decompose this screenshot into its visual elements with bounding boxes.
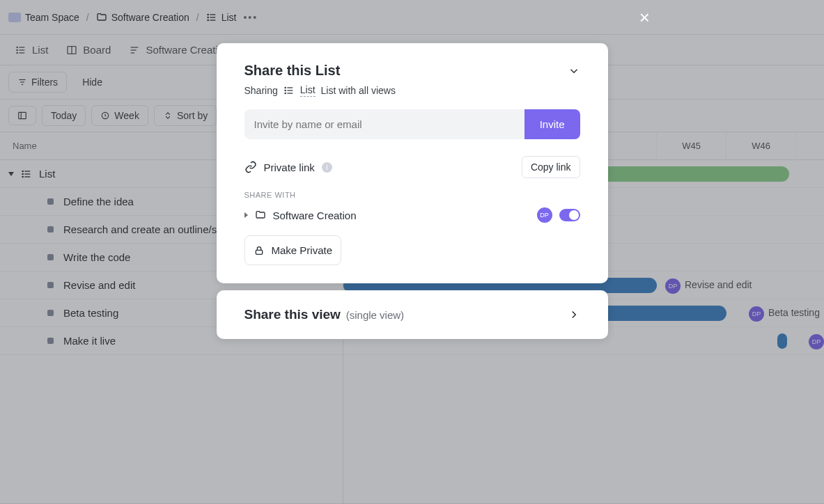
private-link-label: Private link	[264, 162, 315, 173]
chevron-right-icon	[568, 308, 580, 321]
share-with-controls: DP	[537, 207, 580, 223]
make-private-button[interactable]: Make Private	[244, 235, 342, 265]
svg-point-37	[285, 93, 286, 93]
invite-button[interactable]: Invite	[524, 109, 580, 139]
invite-input[interactable]	[244, 109, 524, 139]
make-private-label: Make Private	[272, 244, 333, 256]
share-with-item[interactable]: Software Creation	[244, 210, 357, 221]
svg-rect-38	[256, 250, 262, 254]
copy-link-button[interactable]: Copy link	[522, 156, 580, 178]
sharing-desc: List with all views	[321, 85, 396, 96]
share-modal: Share this List Sharing List List with a…	[217, 43, 608, 339]
share-view-panel[interactable]: Share this view (single view)	[217, 290, 608, 339]
share-view-title-wrap: Share this view (single view)	[244, 307, 405, 322]
sharing-scope-line: Sharing List List with all views	[217, 81, 608, 109]
share-title: Share this List	[244, 63, 341, 79]
share-toggle[interactable]	[559, 209, 580, 221]
copy-link-label: Copy link	[531, 162, 571, 173]
share-with-heading: SHARE WITH	[217, 188, 608, 207]
share-list-panel: Share this List Sharing List List with a…	[217, 43, 608, 283]
svg-point-36	[285, 90, 286, 90]
invite-button-label: Invite	[540, 118, 565, 130]
svg-point-35	[285, 87, 286, 88]
share-view-subtitle: (single view)	[346, 309, 404, 321]
share-view-title: Share this view	[244, 307, 341, 322]
link-icon	[244, 161, 257, 173]
caret-right-icon	[244, 212, 248, 218]
avatar-initials: DP	[540, 212, 549, 219]
sharing-label: Sharing	[244, 85, 278, 96]
share-with-row: Software Creation DP	[217, 207, 608, 235]
info-icon[interactable]: i	[322, 162, 332, 173]
folder-icon	[255, 210, 266, 221]
sharing-item-name[interactable]: List	[300, 84, 316, 97]
share-with-item-label: Software Creation	[273, 210, 357, 221]
modal-overlay[interactable]: × Share this List Sharing List List with…	[0, 0, 824, 504]
shared-avatar[interactable]: DP	[537, 207, 552, 223]
private-link-row: Private link i Copy link	[217, 152, 608, 188]
lock-icon	[254, 245, 265, 256]
list-icon	[283, 85, 295, 96]
close-icon[interactable]: ×	[639, 7, 650, 29]
share-panel-header[interactable]: Share this List	[217, 43, 608, 81]
chevron-down-icon	[568, 65, 580, 77]
private-link-left: Private link i	[244, 161, 332, 173]
invite-row: Invite	[217, 109, 608, 152]
